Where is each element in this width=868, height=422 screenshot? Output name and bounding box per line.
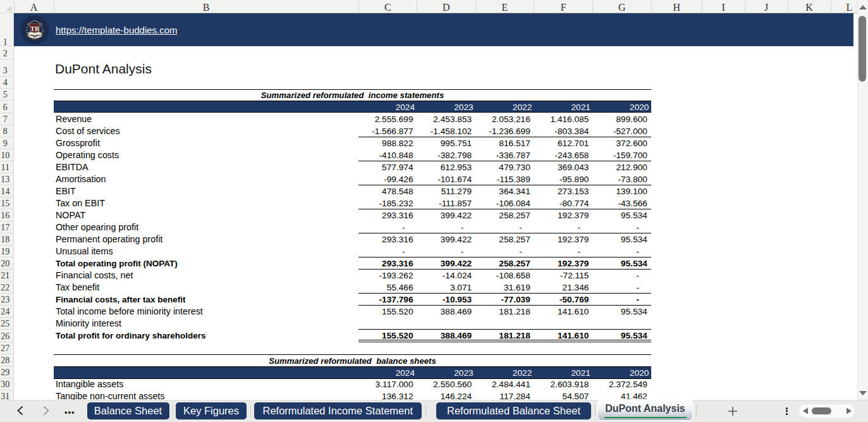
svg-text:TB: TB (30, 25, 39, 32)
